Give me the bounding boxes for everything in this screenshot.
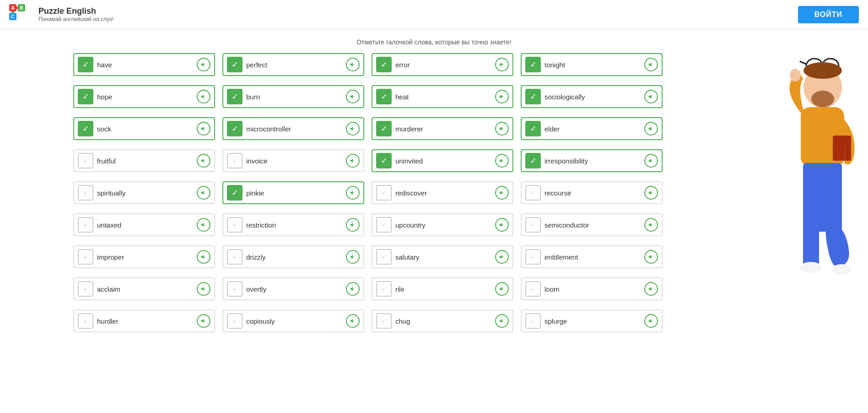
unchecked-checkbox[interactable]: ✓ bbox=[78, 217, 93, 233]
checked-checkbox[interactable]: ✓ bbox=[78, 57, 93, 72]
unchecked-checkbox[interactable]: ✓ bbox=[227, 217, 243, 233]
unchecked-checkbox[interactable]: ✓ bbox=[525, 249, 541, 265]
sound-button[interactable] bbox=[644, 282, 658, 296]
word-card[interactable]: ✓upcountry bbox=[372, 213, 513, 236]
word-card[interactable]: ✓spiritually bbox=[73, 181, 215, 204]
checked-checkbox[interactable]: ✓ bbox=[227, 185, 243, 201]
sound-button[interactable] bbox=[346, 90, 360, 103]
sound-button[interactable] bbox=[644, 250, 658, 264]
sound-button[interactable] bbox=[346, 282, 360, 296]
unchecked-checkbox[interactable]: ✓ bbox=[525, 281, 541, 297]
unchecked-checkbox[interactable]: ✓ bbox=[376, 313, 392, 329]
checked-checkbox[interactable]: ✓ bbox=[376, 57, 392, 72]
sound-button[interactable] bbox=[346, 122, 360, 136]
unchecked-checkbox[interactable]: ✓ bbox=[78, 313, 93, 329]
word-card[interactable]: ✓chug bbox=[372, 310, 513, 332]
sound-button[interactable] bbox=[644, 218, 658, 232]
word-card[interactable]: ✓splurge bbox=[521, 310, 663, 332]
word-card[interactable]: ✓acclaim bbox=[73, 277, 215, 300]
word-card[interactable]: ✓perfect bbox=[222, 53, 364, 76]
sound-button[interactable] bbox=[346, 186, 360, 200]
checked-checkbox[interactable]: ✓ bbox=[227, 121, 243, 136]
word-card[interactable]: ✓improper bbox=[73, 245, 215, 268]
unchecked-checkbox[interactable]: ✓ bbox=[227, 153, 243, 168]
word-card[interactable]: ✓overtly bbox=[222, 277, 364, 300]
word-card[interactable]: ✓recourse bbox=[521, 181, 663, 204]
checked-checkbox[interactable]: ✓ bbox=[525, 121, 541, 136]
checked-checkbox[interactable]: ✓ bbox=[525, 89, 541, 104]
sound-button[interactable] bbox=[197, 282, 210, 296]
sound-button[interactable] bbox=[346, 218, 360, 232]
word-card[interactable]: ✓invoice bbox=[222, 149, 364, 172]
sound-button[interactable] bbox=[644, 90, 658, 103]
sound-button[interactable] bbox=[495, 58, 509, 71]
sound-button[interactable] bbox=[644, 186, 658, 200]
sound-button[interactable] bbox=[346, 314, 360, 328]
word-card[interactable]: ✓drizzly bbox=[222, 245, 364, 268]
word-card[interactable]: ✓tonight bbox=[521, 53, 663, 76]
unchecked-checkbox[interactable]: ✓ bbox=[376, 217, 392, 233]
sound-button[interactable] bbox=[495, 186, 509, 200]
word-card[interactable]: ✓rediscover bbox=[372, 181, 513, 204]
checked-checkbox[interactable]: ✓ bbox=[78, 121, 93, 136]
sound-button[interactable] bbox=[346, 250, 360, 264]
word-card[interactable]: ✓loom bbox=[521, 277, 663, 300]
sound-button[interactable] bbox=[495, 250, 509, 264]
word-card[interactable]: ✓hope bbox=[73, 85, 215, 108]
checked-checkbox[interactable]: ✓ bbox=[376, 89, 392, 104]
word-card[interactable]: ✓entitlement bbox=[521, 245, 663, 268]
checked-checkbox[interactable]: ✓ bbox=[525, 153, 541, 168]
word-card[interactable]: ✓rile bbox=[372, 277, 513, 300]
unchecked-checkbox[interactable]: ✓ bbox=[78, 185, 93, 201]
unchecked-checkbox[interactable]: ✓ bbox=[227, 281, 243, 297]
unchecked-checkbox[interactable]: ✓ bbox=[376, 185, 392, 201]
unchecked-checkbox[interactable]: ✓ bbox=[227, 249, 243, 265]
checked-checkbox[interactable]: ✓ bbox=[227, 89, 243, 104]
word-card[interactable]: ✓error bbox=[372, 53, 513, 76]
word-card[interactable]: ✓heat bbox=[372, 85, 513, 108]
unchecked-checkbox[interactable]: ✓ bbox=[227, 313, 243, 329]
unchecked-checkbox[interactable]: ✓ bbox=[525, 185, 541, 201]
sound-button[interactable] bbox=[197, 90, 210, 103]
sound-button[interactable] bbox=[197, 250, 210, 264]
unchecked-checkbox[interactable]: ✓ bbox=[525, 313, 541, 329]
unchecked-checkbox[interactable]: ✓ bbox=[376, 249, 392, 265]
word-card[interactable]: ✓copiously bbox=[222, 310, 364, 332]
word-card[interactable]: ✓sock bbox=[73, 117, 215, 140]
unchecked-checkbox[interactable]: ✓ bbox=[78, 281, 93, 297]
unchecked-checkbox[interactable]: ✓ bbox=[78, 153, 93, 168]
checked-checkbox[interactable]: ✓ bbox=[227, 57, 243, 72]
sound-button[interactable] bbox=[644, 314, 658, 328]
sound-button[interactable] bbox=[495, 218, 509, 232]
checked-checkbox[interactable]: ✓ bbox=[78, 89, 93, 104]
sound-button[interactable] bbox=[495, 314, 509, 328]
checked-checkbox[interactable]: ✓ bbox=[525, 57, 541, 72]
word-card[interactable]: ✓burn bbox=[222, 85, 364, 108]
sound-button[interactable] bbox=[495, 122, 509, 136]
word-card[interactable]: ✓have bbox=[73, 53, 215, 76]
sound-button[interactable] bbox=[644, 58, 658, 71]
checked-checkbox[interactable]: ✓ bbox=[376, 153, 392, 168]
sound-button[interactable] bbox=[346, 58, 360, 71]
unchecked-checkbox[interactable]: ✓ bbox=[525, 217, 541, 233]
sound-button[interactable] bbox=[495, 90, 509, 103]
sound-button[interactable] bbox=[197, 154, 210, 168]
word-card[interactable]: ✓untaxed bbox=[73, 213, 215, 236]
sound-button[interactable] bbox=[197, 58, 210, 71]
sound-button[interactable] bbox=[197, 314, 210, 328]
word-card[interactable]: ✓microcontroller bbox=[222, 117, 364, 140]
word-card[interactable]: ✓sociologically bbox=[521, 85, 663, 108]
checked-checkbox[interactable]: ✓ bbox=[376, 121, 392, 136]
word-card[interactable]: ✓irresponsibility bbox=[521, 149, 663, 172]
sound-button[interactable] bbox=[495, 154, 509, 168]
word-card[interactable]: ✓salutary bbox=[372, 245, 513, 268]
word-card[interactable]: ✓murderer bbox=[372, 117, 513, 140]
unchecked-checkbox[interactable]: ✓ bbox=[376, 281, 392, 297]
word-card[interactable]: ✓restriction bbox=[222, 213, 364, 236]
sound-button[interactable] bbox=[197, 218, 210, 232]
sound-button[interactable] bbox=[644, 154, 658, 168]
word-card[interactable]: ✓hurdler bbox=[73, 310, 215, 332]
sound-button[interactable] bbox=[346, 154, 360, 168]
unchecked-checkbox[interactable]: ✓ bbox=[78, 249, 93, 265]
word-card[interactable]: ✓elder bbox=[521, 117, 663, 140]
